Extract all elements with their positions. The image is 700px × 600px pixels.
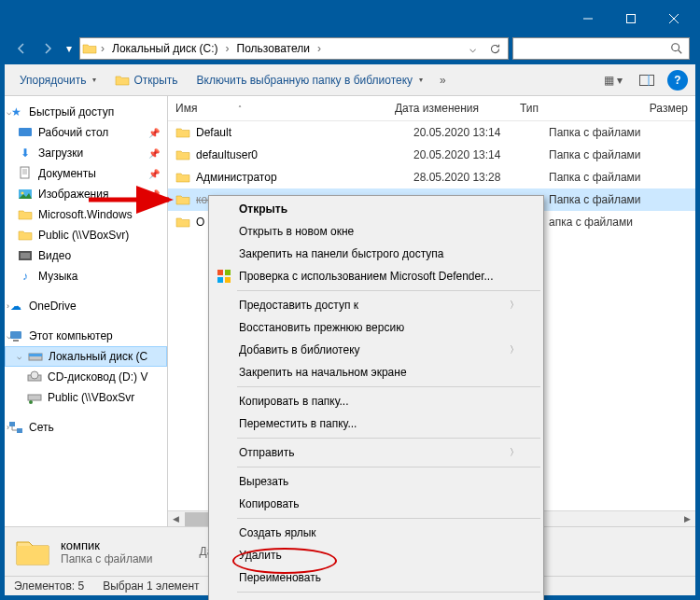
- sidebar-local-disk[interactable]: ⌵Локальный диск (C: [5, 346, 167, 367]
- folder-icon: [18, 207, 33, 222]
- sidebar-onedrive[interactable]: ›☁OneDrive: [5, 296, 167, 316]
- address-dropdown[interactable]: ⌵: [461, 38, 483, 59]
- col-size[interactable]: Размер: [642, 100, 695, 117]
- ctx-pin-quick[interactable]: Закрепить на панели быстрого доступа: [211, 243, 541, 265]
- organize-button[interactable]: Упорядочить: [12, 70, 104, 91]
- ctx-copy-to[interactable]: Копировать в папку...: [211, 390, 541, 412]
- folder-icon: [175, 147, 190, 162]
- svg-rect-30: [217, 277, 223, 283]
- folder-icon: [175, 215, 190, 230]
- back-button[interactable]: [10, 37, 33, 60]
- file-type: Папка с файлами: [541, 191, 681, 208]
- scroll-left[interactable]: ◀: [168, 511, 184, 527]
- status-selected: Выбран 1 элемент: [103, 579, 199, 593]
- sidebar-network[interactable]: ›Сеть: [5, 417, 167, 438]
- svg-rect-16: [21, 253, 30, 258]
- disk-icon: [28, 349, 43, 364]
- chevron-right-icon: 〉: [510, 299, 519, 312]
- sidebar-desktop[interactable]: Рабочий стол📌: [5, 122, 167, 143]
- sidebar-public[interactable]: Public (\\VBoxSvr): [5, 225, 167, 245]
- table-row[interactable]: Администратор28.05.2020 13:28Папка с фай…: [168, 166, 695, 188]
- forward-button[interactable]: [36, 37, 59, 60]
- file-type: Папка с файлами: [541, 124, 681, 141]
- chevron-right-icon[interactable]: ›: [224, 42, 231, 55]
- sidebar-cd-drive[interactable]: CD-дисковод (D:) V: [5, 367, 167, 387]
- address-bar: ▾ › Локальный диск (C:) › Пользователи ›…: [5, 33, 695, 64]
- svg-point-24: [29, 400, 33, 404]
- details-name: компик: [61, 538, 153, 552]
- sidebar-documents[interactable]: Документы📌: [5, 163, 167, 184]
- scroll-right[interactable]: ▶: [679, 511, 695, 527]
- col-date[interactable]: Дата изменения: [387, 100, 512, 117]
- svg-rect-28: [217, 270, 223, 275]
- svg-rect-8: [19, 128, 32, 136]
- sidebar-quick-access[interactable]: ⌵★Быстрый доступ: [5, 102, 167, 122]
- crumb-users[interactable]: Пользователи: [233, 42, 314, 55]
- file-type: апка с файлами: [541, 214, 681, 230]
- toolbar-overflow[interactable]: »: [434, 70, 452, 91]
- svg-point-4: [672, 44, 679, 51]
- maximize-button[interactable]: [609, 5, 652, 33]
- open-label: Открыть: [133, 74, 177, 87]
- open-button[interactable]: Открыть: [107, 69, 185, 91]
- ctx-copy[interactable]: Копировать: [211, 493, 541, 515]
- ctx-delete[interactable]: Удалить: [211, 544, 541, 566]
- breadcrumb[interactable]: › Локальный диск (C:) › Пользователи › ⌵: [79, 37, 509, 60]
- ctx-shortcut[interactable]: Создать ярлык: [211, 522, 541, 544]
- chevron-right-icon[interactable]: ›: [315, 42, 323, 55]
- chevron-right-icon: 〉: [510, 343, 519, 356]
- svg-rect-9: [21, 167, 29, 178]
- sidebar-music[interactable]: ♪Музыка: [5, 266, 167, 286]
- help-button[interactable]: ?: [667, 70, 688, 91]
- ctx-send[interactable]: Отправить〉: [211, 441, 541, 464]
- pin-icon: 📌: [148, 148, 160, 159]
- ctx-defender[interactable]: Проверка с использованием Microsoft Defe…: [211, 265, 541, 287]
- separator: [237, 518, 540, 519]
- ctx-share[interactable]: Предоставить доступ к〉: [211, 294, 541, 316]
- separator: [237, 467, 540, 467]
- folder-icon: [82, 41, 97, 56]
- chevron-right-icon[interactable]: ›: [99, 42, 106, 55]
- ctx-open-new-window[interactable]: Открыть в новом окне: [211, 220, 541, 243]
- svg-line-5: [679, 50, 682, 54]
- separator: [237, 290, 540, 291]
- recent-dropdown[interactable]: ▾: [63, 37, 76, 60]
- view-style-button[interactable]: ▦ ▾: [595, 69, 632, 91]
- ctx-restore[interactable]: Восстановить прежнюю версию: [211, 316, 541, 339]
- table-row[interactable]: Default20.05.2020 13:14Папка с файлами: [168, 121, 695, 144]
- sidebar-this-pc[interactable]: ⌵Этот компьютер: [5, 326, 167, 346]
- ctx-library[interactable]: Добавить в библиотеку〉: [211, 339, 541, 361]
- preview-pane-button[interactable]: [634, 69, 660, 91]
- search-input[interactable]: [512, 37, 690, 60]
- col-name[interactable]: Имя˄: [168, 100, 387, 117]
- svg-rect-26: [17, 428, 22, 433]
- netdrive-icon: [27, 390, 42, 405]
- ctx-open[interactable]: Открыть: [211, 198, 541, 220]
- minimize-button[interactable]: [567, 5, 609, 33]
- include-library-button[interactable]: Включить выбранную папку в библиотеку: [189, 70, 431, 91]
- sidebar-pictures[interactable]: Изображения📌: [5, 184, 167, 204]
- context-menu: Открыть Открыть в новом окне Закрепить н…: [208, 195, 544, 600]
- refresh-button[interactable]: [483, 38, 506, 59]
- ctx-cut[interactable]: Вырезать: [211, 470, 541, 493]
- desktop-icon: [18, 125, 33, 140]
- videos-icon: [18, 248, 33, 263]
- open-icon: [115, 73, 130, 88]
- sidebar-public-net[interactable]: Public (\\VBoxSvr: [5, 387, 167, 408]
- col-type[interactable]: Тип: [512, 100, 642, 117]
- close-button[interactable]: [652, 5, 695, 33]
- table-row[interactable]: defaultuser020.05.2020 13:14Папка с файл…: [168, 144, 695, 166]
- svg-rect-20: [29, 354, 42, 356]
- folder-icon: [18, 228, 33, 243]
- crumb-disk[interactable]: Локальный диск (C:): [108, 42, 222, 55]
- ctx-properties[interactable]: Свойства: [211, 595, 541, 600]
- ctx-rename[interactable]: Переименовать: [211, 566, 541, 589]
- ctx-move-to[interactable]: Переместить в папку...: [211, 412, 541, 435]
- ctx-pin-start[interactable]: Закрепить на начальном экране: [211, 361, 541, 384]
- sidebar-videos[interactable]: Видео: [5, 245, 167, 266]
- details-type: Папка с файлами: [61, 552, 153, 565]
- cd-icon: [27, 370, 42, 384]
- chevron-right-icon: 〉: [510, 446, 519, 459]
- sidebar-downloads[interactable]: ⬇Загрузки📌: [5, 143, 167, 163]
- sidebar-mswindows[interactable]: Microsoft.Windows: [5, 204, 167, 225]
